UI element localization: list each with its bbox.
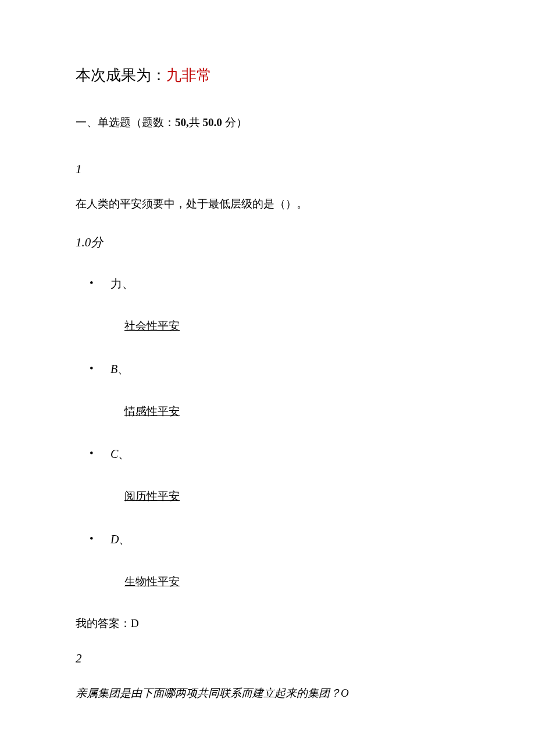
option-d: D、 生物性平安 xyxy=(110,531,459,590)
section-count: 50, xyxy=(175,116,189,128)
option-b-label: B、 xyxy=(110,360,459,378)
question2-number: 2 xyxy=(76,650,459,668)
option-a-label: 力、 xyxy=(110,275,459,292)
option-b-text: 情感性平安 xyxy=(124,403,459,420)
question2-text: 亲属集团是由下面哪两项共同联系而建立起来的集团？O xyxy=(76,685,459,702)
option-a-text: 社会性平安 xyxy=(124,318,459,335)
section-mid: 共 xyxy=(189,116,203,128)
result-line: 本次成果为：九非常 xyxy=(76,64,459,87)
section-score: 50.0 xyxy=(203,116,222,128)
question1-number: 1 xyxy=(76,160,459,179)
question1-text: 在人类的平安须要中，处于最低层级的是（）。 xyxy=(76,196,459,213)
result-value: 九非常 xyxy=(166,67,212,84)
option-c-text: 阅历性平安 xyxy=(124,488,459,505)
section-header: 一、单选题（题数：50,共 50.0 分） xyxy=(76,114,459,131)
option-c-label: C、 xyxy=(110,445,459,463)
score-num: 1.0 xyxy=(76,235,91,249)
option-c: C、 阅历性平安 xyxy=(110,445,459,505)
score-unit: 分 xyxy=(91,235,103,249)
question1-score: 1.0分 xyxy=(76,234,459,252)
result-prefix: 本次成果为： xyxy=(76,67,166,84)
section-prefix: 一、单选题（题数： xyxy=(76,116,175,128)
question1-answer: 我的答案：D xyxy=(76,615,459,632)
option-b: B、 情感性平安 xyxy=(110,360,459,420)
question1-options: 力、 社会性平安 B、 情感性平安 C、 阅历性平安 D、 生物性平安 xyxy=(76,275,459,590)
option-a: 力、 社会性平安 xyxy=(110,275,459,335)
option-d-text: 生物性平安 xyxy=(124,574,459,590)
option-d-label: D、 xyxy=(110,531,459,548)
section-suffix: 分） xyxy=(222,116,247,128)
